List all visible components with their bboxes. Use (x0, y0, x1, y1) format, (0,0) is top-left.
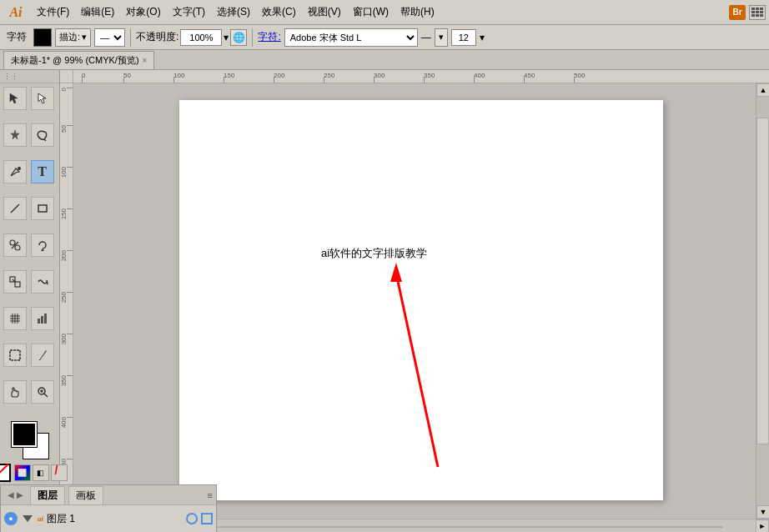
menu-select[interactable]: 选择(S) (212, 3, 255, 21)
svg-line-1 (44, 139, 46, 141)
main-layout: ⋮⋮ T (0, 70, 769, 532)
font-size-input[interactable] (451, 29, 476, 46)
rect-tool-btn[interactable] (31, 197, 54, 220)
svg-rect-21 (44, 314, 47, 324)
toolbar-separator-2 (252, 28, 253, 47)
svg-marker-30 (390, 263, 402, 282)
panel-collapse-btn[interactable]: ◀ ▶ (4, 490, 27, 499)
color-section: ⬜ ◧ / (0, 419, 59, 485)
vertical-scrollbar[interactable]: ▲ ▼ (756, 83, 769, 519)
font-section: 字符: Adobe 宋体 Std L — ▾ ▾ (258, 28, 484, 47)
layers-panel-header: ◀ ▶ 图层 画板 ≡ (1, 485, 216, 505)
layer-expand-area (21, 515, 34, 522)
gradient-icon[interactable]: ◧ (33, 464, 49, 481)
pen-tool-btn[interactable] (3, 160, 27, 183)
hand-tool-btn[interactable] (3, 380, 27, 404)
chart-tool-btn[interactable] (31, 307, 54, 330)
layer-expand-btn[interactable] (23, 515, 33, 522)
text-tool-btn[interactable]: T (31, 160, 54, 183)
toolbar-color-swatch[interactable] (33, 28, 52, 47)
none-icon[interactable]: / (51, 464, 68, 481)
svg-line-23 (39, 359, 41, 360)
color-icon[interactable]: ⬜ (14, 464, 31, 481)
menu-view[interactable]: 视图(V) (303, 3, 346, 21)
tools-panel: ⋮⋮ T (0, 70, 60, 485)
color-boxes (12, 422, 48, 459)
foreground-color-swatch[interactable] (12, 422, 37, 447)
scale-tool-btn[interactable] (3, 270, 27, 294)
app-logo: Ai (3, 5, 28, 20)
warp-tool-btn[interactable] (31, 270, 54, 294)
workspace-switcher-icon[interactable] (749, 5, 766, 20)
svg-rect-22 (10, 350, 20, 360)
knife-tool-btn[interactable] (31, 344, 54, 367)
rotate-tool-btn[interactable] (31, 233, 54, 257)
opacity-label: 不透明度: (136, 30, 178, 44)
doc-tab-close[interactable]: × (143, 56, 148, 65)
svg-point-6 (15, 245, 20, 250)
panel-resize-controls: ≡ (208, 490, 213, 500)
zoom-tool-btn[interactable] (31, 380, 54, 404)
vertical-ruler: 0 50 100 150 200 250 300 350 400 450 (60, 70, 73, 532)
opacity-input[interactable] (180, 29, 222, 46)
svg-point-5 (10, 240, 15, 245)
menu-object[interactable]: 对象(O) (121, 3, 165, 21)
toolbar-character-label: 字符 (3, 30, 30, 44)
scroll-v-track[interactable] (756, 97, 769, 505)
scroll-v-thumb[interactable] (756, 118, 769, 444)
menu-file[interactable]: 文件(F) (32, 3, 74, 21)
svg-rect-20 (41, 316, 43, 324)
menu-window[interactable]: 窗口(W) (348, 3, 394, 21)
menu-text[interactable]: 文字(T) (168, 3, 210, 21)
menu-effect[interactable]: 效果(C) (257, 3, 301, 21)
font-family-select[interactable]: Adobe 宋体 Std L (284, 28, 418, 47)
bridge-icon[interactable]: Br (729, 5, 746, 20)
canvas-scroll[interactable]: ai软件的文字排版教学 (73, 83, 769, 515)
options-toolbar: 字符 描边: ▾ — 不透明度: ▾ 🌐 字符: Adobe 宋体 Std L … (0, 25, 769, 50)
line-tool-btn[interactable] (3, 197, 27, 220)
stroke-weight-select[interactable]: — (94, 28, 125, 47)
direct-selection-tool-btn[interactable] (31, 87, 54, 110)
tab-bar: 未标题-1* @ 99% (CMYK/预览) × (0, 50, 769, 70)
lasso-tool-btn[interactable] (31, 123, 54, 147)
layers-panel: ◀ ▶ 图层 画板 ≡ ● ai 图层 1 (0, 484, 217, 532)
canvas-area[interactable]: 0 50 100 150 200 250 300 350 400 450 500 (60, 70, 769, 532)
tab-artboards[interactable]: 画板 (68, 486, 103, 504)
menu-help[interactable]: 帮助(H) (395, 3, 440, 21)
stroke-dropdown[interactable]: 描边: ▾ (55, 28, 91, 47)
artboard[interactable]: ai软件的文字排版教学 (179, 100, 663, 500)
font-style-arrow: ▾ (439, 32, 444, 43)
scroll-right-btn[interactable]: ► (756, 519, 769, 533)
font-label: 字符: (258, 30, 280, 44)
font-style-btn[interactable]: ▾ (435, 28, 448, 47)
red-arrow (179, 100, 663, 500)
title-bar: Ai 文件(F) 编辑(E) 对象(O) 文字(T) 选择(S) 效果(C) 视… (0, 0, 769, 25)
layer-target-btn[interactable] (186, 513, 198, 524)
opacity-section: 不透明度: ▾ 🌐 (136, 29, 247, 46)
layer-visibility-btn[interactable]: ● (4, 512, 18, 525)
menu-edit[interactable]: 编辑(E) (76, 3, 119, 21)
scroll-up-btn[interactable]: ▲ (756, 83, 769, 97)
font-size-arrow[interactable]: ▾ (480, 32, 485, 43)
tab-layers[interactable]: 图层 (30, 486, 65, 504)
color-icons-row: ⬜ ◧ / (14, 464, 68, 481)
mesh-tool-btn[interactable] (3, 307, 27, 330)
doc-tab-title: 未标题-1* @ 99% (CMYK/预览) (11, 54, 139, 67)
artboard-tool-btn[interactable] (3, 344, 27, 367)
no-fill-swatch[interactable] (0, 464, 11, 482)
layer-ai-badge: ai (38, 514, 43, 523)
artboard-container: ai软件的文字排版教学 (73, 83, 769, 515)
panel-menu-icon[interactable]: ≡ (208, 490, 213, 500)
opacity-dropdown-arrow[interactable]: ▾ (224, 32, 229, 43)
font-dash: — (421, 32, 431, 43)
magic-wand-tool-btn[interactable] (3, 123, 27, 147)
selection-tool-btn[interactable] (3, 87, 27, 110)
scroll-down-btn[interactable]: ▼ (756, 505, 769, 519)
tools-grid: T (0, 83, 59, 419)
stroke-dropdown-arrow: ▾ (82, 32, 87, 43)
svg-line-25 (44, 394, 48, 397)
scissors-tool-btn[interactable] (3, 233, 27, 257)
opacity-icon[interactable]: 🌐 (230, 29, 247, 46)
document-tab[interactable]: 未标题-1* @ 99% (CMYK/预览) × (3, 51, 154, 69)
layer-select-btn[interactable] (201, 513, 213, 524)
